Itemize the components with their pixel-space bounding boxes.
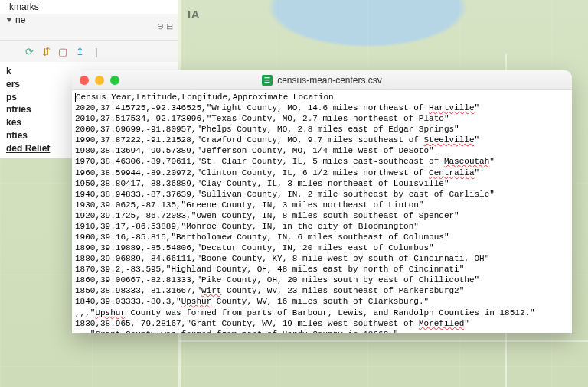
zoom-icon[interactable] (110, 76, 119, 85)
close-icon[interactable] (80, 76, 89, 85)
window-title: census-mean-centers.csv (277, 75, 382, 86)
text-editor-window: ☰ census-mean-centers.csv Census Year,La… (72, 70, 572, 333)
export-icon[interactable]: ↥ (74, 45, 86, 57)
filter-icon[interactable]: ▢ (57, 45, 69, 57)
text-editor-content[interactable]: Census Year,Latitude,Longitude,Approxima… (72, 90, 572, 333)
bookmarks-label: kmarks (0, 0, 178, 14)
map-state-border (178, 340, 588, 342)
sidebar-item-suffix: ne (15, 15, 25, 25)
csv-file-icon: ☰ (262, 75, 273, 86)
sidebar-row[interactable]: ne (0, 14, 178, 26)
chevron-down-icon (6, 18, 12, 22)
map-state-label: IA (188, 8, 200, 21)
window-titlebar[interactable]: ☰ census-mean-centers.csv (72, 70, 572, 90)
panel-divider-icon: | (90, 45, 103, 57)
window-traffic-lights (80, 76, 119, 85)
minimize-icon[interactable] (95, 76, 104, 85)
panel-controls-icon[interactable]: ⊖ ⊟ (157, 21, 173, 31)
sort-icon[interactable]: ⇵ (40, 45, 52, 57)
refresh-icon[interactable]: ⟳ (23, 45, 35, 57)
sidebar-toolbar: ⟳ ⇵ ▢ ↥ | (0, 40, 178, 62)
